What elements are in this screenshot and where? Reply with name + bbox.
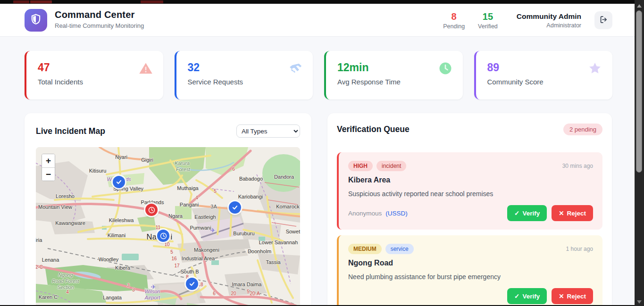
user-info: Community Admin Administrator [517,12,581,29]
map-zoom-in-button[interactable]: + [42,154,55,167]
stat-label: Total Incidents [38,78,152,86]
scroll-up-arrow[interactable] [637,4,642,8]
verify-button-label: Verify [522,210,540,217]
report-channel: (USSD) [385,210,408,217]
check-icon: ✓ [514,209,519,217]
stat-value: 89 [487,61,602,74]
stat-card-total-incidents: 47 Total Incidents [25,51,163,99]
pending-count-badge: 2 pending [563,124,602,135]
verification-queue-panel: Verification Queue 2 pending HIGH incide… [327,113,612,306]
logout-button[interactable] [594,11,612,29]
map-zoom-out-button[interactable]: − [42,167,55,181]
star-icon [588,61,602,75]
browser-scrollbar[interactable] [635,0,644,306]
reporter-name: Anonymous [348,210,382,217]
stat-value: 32 [188,61,302,74]
reject-button-label: Reject [567,210,586,217]
queue-item-kibera: HIGH incident 30 mins ago Kibera Area Su… [337,152,602,230]
report-title: Ngong Road [348,259,593,267]
stat-card-service-requests: 32 Service Requests [175,51,313,99]
shield-icon [30,13,42,27]
pending-count: 8 [443,11,465,22]
stat-value: 12min [337,61,452,74]
priority-badge: HIGH [348,161,373,171]
browser-tab-strip [0,0,644,4]
type-badge: service [385,244,414,254]
report-time: 1 hour ago [566,246,593,252]
reject-button[interactable]: ✕ Reject [552,205,593,221]
pending-label: Pending [443,23,465,30]
tab-strip-segment [13,0,29,3]
priority-badge: MEDIUM [348,244,382,254]
handshake-icon [288,61,302,75]
incident-marker-verified[interactable] [186,278,198,290]
reject-button-label: Reject [567,293,586,300]
queue-item-ngong-road: MEDIUM service 1 hour ago Ngong Road Nee… [337,235,602,306]
map-zoom-control: + − [42,154,55,181]
report-description: Need plumbing assistance for burst pipe … [348,273,593,281]
page-title: Command Center [55,9,144,20]
user-name: Community Admin [517,12,581,21]
page-subtitle: Real-time Community Monitoring [55,22,144,29]
incident-marker-verified[interactable] [113,176,125,188]
incident-map[interactable]: NyariGigiriKitisuruKaruraForestBabadogoD… [36,147,300,306]
verify-button-label: Verify [522,293,540,300]
x-icon: ✕ [559,292,564,300]
incident-marker-verified[interactable] [229,201,241,214]
stat-label: Community Score [487,78,602,86]
queue-panel-title: Verification Queue [337,124,410,134]
verify-button[interactable]: ✓ Verify [507,288,547,304]
app-header: Command Center Real-time Community Monit… [0,4,635,37]
report-time: 30 mins ago [562,163,593,169]
x-icon: ✕ [559,209,564,217]
user-role: Administrator [517,22,581,29]
stat-card-community-score: 89 Community Score [474,51,613,99]
alert-triangle-icon [139,61,153,75]
type-badge: incident [376,161,406,171]
logout-icon [599,15,608,25]
scroll-down-arrow[interactable] [637,300,642,304]
tab-strip-segment [30,0,52,3]
stat-card-avg-response: 12min Avg Response Time [324,51,463,99]
pending-counter: 8 Pending [443,11,465,30]
scrollbar-thumb[interactable] [636,10,642,173]
reject-button[interactable]: ✕ Reject [552,288,593,304]
incident-marker-clock[interactable] [145,204,158,216]
report-description: Suspicious activity reported near school… [348,190,593,198]
stat-value: 47 [38,61,152,74]
verified-counter: 15 Verified [478,11,498,30]
live-incident-map-panel: Live Incident Map All Types [25,113,311,306]
clock-icon [438,61,452,75]
stat-label: Service Requests [188,78,302,86]
stat-label: Avg Response Time [337,78,452,86]
check-icon: ✓ [514,292,519,300]
verified-label: Verified [478,23,498,30]
map-panel-title: Live Incident Map [36,126,105,136]
verify-button[interactable]: ✓ Verify [507,205,547,221]
stats-row: 47 Total Incidents 32 Service Requests 1… [25,51,612,99]
tab-strip-segment [141,0,163,3]
map-filter-select[interactable]: All Types [236,124,300,138]
report-title: Kibera Area [348,176,593,184]
incident-marker-clock[interactable] [157,230,169,242]
app-logo [25,9,47,32]
verified-count: 15 [478,11,498,22]
map-tiles [36,147,300,306]
